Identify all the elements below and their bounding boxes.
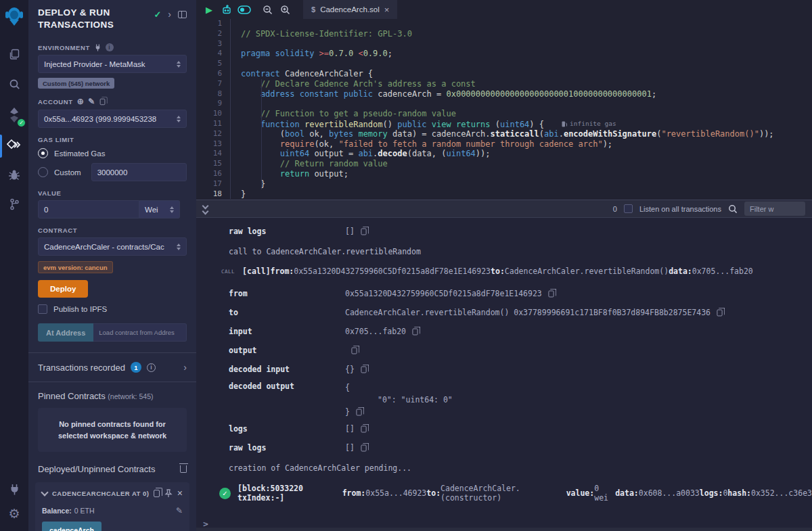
transactions-recorded-label: Transactions recorded [38,363,125,373]
code-line: 8 address constant public cadenceArch = … [196,89,812,99]
pinned-contracts-header: Pinned Contracts (network: 545) [28,382,196,407]
transactions-recorded-row[interactable]: Transactions recorded 1 i › [28,353,196,382]
copy-icon[interactable] [361,228,366,235]
custom-gas-input[interactable]: 3000000 [91,163,187,181]
deploy-run-panel: DEPLOY & RUN TRANSACTIONS ✓ › ENVIRONMEN… [28,0,196,531]
solidity-compiler-icon[interactable]: ✓ [0,101,28,129]
settings-gear-icon[interactable]: ⚙ [0,501,28,526]
solidity-file-icon: $ [311,5,315,14]
plugin-manager-icon[interactable] [0,477,28,501]
environment-info-icon[interactable]: i [106,43,114,51]
listen-count: 0 [613,205,617,213]
copilot-toggle-icon[interactable] [235,1,253,18]
environment-label: ENVIRONMENT i [38,43,187,51]
at-address-input[interactable]: Load contract from Addres [93,323,187,342]
infinite-gas-annotation: infinite gas [562,119,616,129]
checkbox-icon[interactable] [38,304,47,314]
listen-label: Listen on all transactions [639,205,721,213]
code-line: 4pragma solidity >=0.7.0 <0.9.0; [196,49,812,59]
method-button-cadencearch[interactable]: cadenceArch [42,522,102,531]
activity-bar: ✓ [0,0,28,531]
file-explorer-icon[interactable] [0,42,28,66]
debugger-icon[interactable] [0,162,28,187]
select-stepper-icon [177,116,181,122]
custom-gas-option[interactable]: Custom [38,167,81,177]
terminal-row: call[call] from: 0x55a1320D432759960C5Df… [196,267,812,276]
code-line: 11 function revertibleRandom() public vi… [196,119,812,129]
value-label: VALUE [38,189,187,197]
close-tab-icon[interactable]: × [384,5,390,15]
tx-expand-chevron-icon[interactable]: › [183,362,187,373]
terminal-row: decoded input{} [196,360,812,379]
editor-zone: ▶ [196,0,812,200]
copy-icon[interactable] [548,290,554,297]
code-line: 5 [196,59,812,69]
terminal-row: from0x55a1320D432759960C5Df0215a8dF78e1E… [196,284,812,303]
deployed-contract-card: CADENCEARCHCALER AT 0) × Balance: 0 ETH … [35,482,189,531]
code-editor[interactable]: 12// SPDX-License-Identifier: GPL-3.034p… [196,19,812,199]
add-account-icon[interactable]: ⊕ [77,97,85,106]
code-line: 18} [196,189,812,200]
copy-icon[interactable] [361,366,366,373]
code-line: 3 [196,39,812,49]
code-line: 1 [196,19,812,29]
copy-icon[interactable] [351,347,357,354]
copy-icon[interactable] [356,409,361,415]
at-address-button[interactable]: At Address [38,323,93,342]
terminal-search-icon[interactable] [728,204,738,214]
edit-balance-icon[interactable]: ✎ [176,506,183,515]
value-unit-select[interactable]: Wei [139,200,180,218]
listen-checkbox-icon[interactable] [624,204,633,213]
terminal-input-strip[interactable] [196,528,812,531]
git-icon[interactable] [0,192,28,216]
terminal-filter-input[interactable]: Filter w [744,202,805,216]
deploy-and-run-icon[interactable] [0,133,28,160]
pin-panel-icon[interactable] [178,11,187,18]
value-input[interactable]: 0 [38,200,139,218]
estimated-gas-option[interactable]: Estimated Gas [38,148,187,158]
copy-account-icon[interactable] [100,99,106,105]
deploy-button[interactable]: Deploy [38,280,88,298]
run-script-play-icon[interactable]: ▶ [200,1,218,18]
panel-chevron-icon[interactable]: › [168,9,171,20]
terminal-row: logs[] [196,419,812,438]
publish-ipfs-option[interactable]: Publish to IPFS [38,304,187,314]
copy-icon[interactable] [361,444,366,451]
copy-icon[interactable] [412,328,418,335]
copy-icon[interactable] [717,309,722,316]
remove-contract-icon[interactable]: × [177,488,183,498]
terminal: 0 Listen on all transactions Filter w ra… [196,200,812,531]
code-line: 6contract CadenceArchCaler { [196,69,812,79]
copy-icon[interactable] [361,425,366,432]
clear-contracts-trash-icon[interactable] [180,465,187,473]
collapse-terminal-icon[interactable] [203,204,208,214]
copy-address-icon[interactable] [154,490,160,497]
zoom-in-icon[interactable] [276,1,294,18]
code-line: 12 (bool ok, bytes memory data) = cadenc… [196,129,812,139]
panel-check-icon: ✓ [154,9,161,20]
account-select[interactable]: 0x55a...46923 (999.9999453238 [38,110,187,128]
radio-icon[interactable] [38,167,48,177]
pin-contract-icon[interactable] [164,489,173,498]
tx-info-icon[interactable]: i [147,363,156,372]
ai-assistant-robot-icon[interactable] [218,1,235,18]
zoom-out-icon[interactable] [258,1,276,18]
sign-message-icon[interactable]: ✎ [88,97,95,106]
remix-logo-icon[interactable] [0,0,28,32]
collapse-chevron-icon[interactable] [41,488,48,496]
tab-cadencearch-sol[interactable]: $ CadenceArch.sol × [303,0,397,19]
terminal-row: raw logs[] [196,438,812,457]
plug-icon[interactable] [94,44,102,51]
environment-select[interactable]: Injected Provider - MetaMask [38,55,187,73]
evm-version-badge: evm version: cancun [38,261,113,273]
code-line: 10 // Function to get a pseudo-random va… [196,109,812,119]
radio-selected-icon[interactable] [38,148,48,158]
contract-select[interactable]: CadenceArchCaler - contracts/Cac [38,237,187,256]
deployed-contracts-header: Deployed/Unpinned Contracts [28,453,196,480]
search-icon[interactable] [0,72,28,96]
account-label: ACCOUNT ⊕ ✎ [38,97,187,106]
tx-success-check-icon: ✓ [219,488,231,499]
terminal-log: raw logs[]call to CadenceArchCaler.rever… [196,218,812,529]
code-line: 15 // Return random value [196,159,812,169]
tx-count-badge: 1 [131,362,141,373]
